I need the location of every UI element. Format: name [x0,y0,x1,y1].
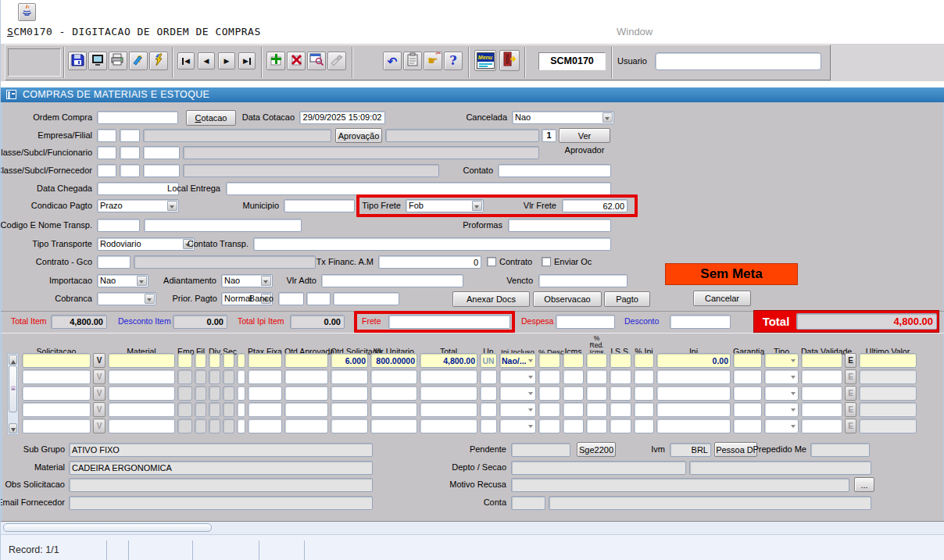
cotacao-button[interactable]: Cotacao [186,110,236,126]
contrato-gco-input[interactable] [97,255,131,269]
execute-button[interactable] [149,52,168,70]
exit-button[interactable] [499,50,520,71]
chevron-down-icon[interactable] [137,276,147,286]
cell-iss[interactable] [610,353,631,368]
cell-material[interactable] [108,353,175,368]
cancelada-dropdown[interactable]: Nao [512,111,614,124]
cell-emp[interactable] [177,353,192,368]
cell-total[interactable] [420,369,477,384]
nav-first-button[interactable]: ◀ [177,52,195,70]
cell-tipo-dropdown[interactable] [764,369,799,384]
cell-total[interactable] [420,402,477,417]
cell-total[interactable] [420,386,477,401]
cell-pct-desc[interactable] [538,386,560,401]
cell-qtd-aprovada[interactable] [284,353,328,368]
cell-qtd-aprovada[interactable] [284,419,328,433]
aprovacao-button[interactable]: Aprovação [335,128,382,143]
clipboard-button[interactable] [403,52,422,70]
cell-ptax-fixa[interactable] [248,386,282,401]
cell-qtd-solicitada[interactable] [331,419,368,433]
chevron-down-icon[interactable] [472,201,482,211]
save-button[interactable] [68,52,87,70]
condicao-pagto-dropdown[interactable]: Prazo [97,199,179,212]
undo-button[interactable]: ↶ [383,52,402,70]
chevron-down-icon[interactable] [167,201,177,211]
banco-input-2[interactable] [306,292,331,305]
cell-data-validade[interactable] [801,353,842,368]
enter-query-button[interactable] [307,52,326,70]
cell-pct-ipi[interactable] [634,419,654,433]
cell-total[interactable] [420,419,477,433]
cell-fil[interactable] [195,353,206,368]
cell-qtd-solicitada[interactable] [331,386,368,401]
cell-qtd-solicitada[interactable] [331,369,368,384]
cancelar-button[interactable]: Cancelar [693,291,751,306]
print-button[interactable] [109,52,127,70]
cell-qtd-solicitada[interactable]: 6.000 [331,353,368,368]
cell-data-validade[interactable] [801,419,842,433]
cell-icms[interactable] [563,369,584,384]
cell-data-validade[interactable] [801,402,842,417]
cell-extra[interactable] [237,369,245,384]
frete-input[interactable] [388,315,510,329]
enviar-oc-checkbox[interactable] [542,257,551,266]
cell-icms[interactable] [563,419,584,433]
contato-transp-input[interactable] [253,237,611,251]
cell-garantia[interactable] [733,369,762,384]
v-button[interactable]: V [93,353,105,368]
cell-extra[interactable] [237,386,245,401]
cell-ipi[interactable] [656,369,731,384]
insert-record-button[interactable] [266,52,285,70]
cell-pct-ipi[interactable] [634,353,654,368]
desconto-input[interactable] [670,315,731,329]
cell-iss[interactable] [610,386,631,401]
cobranca-dropdown[interactable] [97,292,156,305]
cell-vlr-unitario[interactable] [370,386,417,401]
pagto-button[interactable]: Pagto [604,291,650,307]
cell-extra[interactable] [237,419,245,433]
menu-window[interactable]: Window [617,26,653,37]
cell-solicitacao[interactable] [22,386,91,401]
ordem-compra-input[interactable] [97,111,178,124]
cell-solicitacao[interactable] [22,402,91,417]
items-vertical-scrollbar[interactable] [7,353,19,435]
cell-ptax-fixa[interactable] [248,369,282,384]
cell-material[interactable] [108,402,175,417]
cell-pct-red-icms[interactable] [586,419,607,433]
cell-solicitacao[interactable] [22,419,91,433]
cell-ipi-incluso-dropdown[interactable]: Nao/... [499,353,536,368]
cell-data-validade[interactable] [801,386,842,401]
cell-ptax-fixa[interactable] [248,402,282,417]
cell-ipi[interactable] [656,402,731,417]
cell-garantia[interactable] [733,353,762,368]
classe-func-input[interactable] [97,146,116,159]
tx-financ-input[interactable] [378,255,481,269]
cell-qtd-aprovada[interactable] [284,369,328,384]
cell-data-validade[interactable] [801,369,842,384]
chevron-down-icon[interactable] [145,294,155,304]
tipo-transporte-dropdown[interactable]: Rodoviario [97,237,195,251]
adiantamento-dropdown[interactable]: Nao [221,274,273,287]
scroll-down-icon[interactable] [9,423,17,433]
cell-pct-red-icms[interactable] [586,369,607,384]
funcionario-input[interactable] [143,146,180,159]
cell-div[interactable] [209,353,220,368]
cell-sec[interactable] [223,353,234,368]
cell-qtd-aprovada[interactable] [284,386,328,401]
cell-material[interactable] [108,419,175,433]
vlr-frete-input[interactable] [562,199,628,212]
vencto-input[interactable] [538,274,628,287]
nav-last-button[interactable]: ▶ [238,52,256,70]
scroll-up-icon[interactable] [9,355,17,365]
local-entrega-input[interactable] [226,182,611,195]
horizontal-scrollbar-thumb[interactable] [3,523,212,532]
contrato-checkbox[interactable] [487,257,496,266]
cell-ipi-incluso-dropdown[interactable] [499,419,536,433]
cell-pct-desc[interactable] [538,419,560,433]
subcl-func-input[interactable] [120,146,140,159]
cell-material[interactable] [108,369,175,384]
e-button[interactable]: E [845,353,856,368]
despesa-input[interactable] [556,315,615,329]
cell-ipi-incluso-dropdown[interactable] [499,386,536,401]
anexar-docs-button[interactable]: Anexar Docs [452,291,530,307]
